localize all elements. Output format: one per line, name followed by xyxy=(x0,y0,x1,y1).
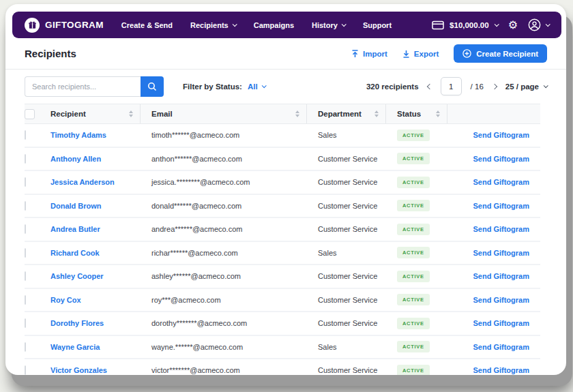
row-checkbox[interactable] xyxy=(25,201,26,211)
status-cell: ACTIVE xyxy=(386,177,447,188)
recipient-name-link[interactable]: Roy Cox xyxy=(50,296,81,304)
table-row: Roy Cox roy***@acmeco.com Customer Servi… xyxy=(25,289,540,313)
send-giftogram-link[interactable]: Send Giftogram xyxy=(473,272,529,280)
email-cell: timoth******@acmeco.com xyxy=(141,131,307,139)
row-checkbox[interactable] xyxy=(25,130,26,140)
nav-item-recipients[interactable]: Recipients xyxy=(190,21,236,29)
status-badge: ACTIVE xyxy=(397,130,430,141)
recipient-name-link[interactable]: Timothy Adams xyxy=(50,131,106,139)
row-checkbox[interactable] xyxy=(25,224,26,234)
import-button[interactable]: Import xyxy=(351,50,387,58)
row-checkbox[interactable] xyxy=(25,365,26,375)
status-badge: ACTIVE xyxy=(397,177,430,188)
nav-item-support[interactable]: Support xyxy=(363,21,392,29)
send-giftogram-link[interactable]: Send Giftogram xyxy=(473,249,529,257)
header-email: Email xyxy=(141,104,307,123)
recipient-name-link[interactable]: Dorothy Flores xyxy=(50,319,104,327)
email-cell: dorothy*******@acmeco.com xyxy=(141,319,307,327)
email-cell: donald******@acmeco.com xyxy=(141,202,307,210)
import-icon xyxy=(351,50,359,58)
row-checkbox[interactable] xyxy=(25,177,26,187)
per-page-dropdown[interactable]: 25 / page xyxy=(505,82,547,91)
brand-logo[interactable]: GIFTOGRAM xyxy=(25,18,104,33)
chevron-down-icon xyxy=(232,22,237,27)
action-cell: Send Giftogram xyxy=(447,366,540,374)
recipient-cell: Wayne Garcia xyxy=(50,343,141,351)
create-recipient-button[interactable]: Create Recipient xyxy=(454,44,547,63)
toolbar: Filter by Status: All 320 recipients 1 /… xyxy=(25,70,547,103)
search-button[interactable] xyxy=(141,76,164,97)
send-giftogram-link[interactable]: Send Giftogram xyxy=(473,319,529,327)
balance-menu[interactable]: $10,000.00 xyxy=(432,20,498,30)
status-cell: ACTIVE xyxy=(386,247,447,258)
department-cell: Customer Service xyxy=(307,296,386,304)
send-giftogram-link[interactable]: Send Giftogram xyxy=(473,178,529,186)
send-giftogram-link[interactable]: Send Giftogram xyxy=(473,202,529,210)
recipients-table: Recipient Email Department Status Timoth… xyxy=(25,104,540,375)
row-checkbox-cell xyxy=(25,296,50,304)
action-cell: Send Giftogram xyxy=(447,155,540,163)
prev-page-icon[interactable] xyxy=(426,83,432,89)
status-badge: ACTIVE xyxy=(397,224,430,235)
send-giftogram-link[interactable]: Send Giftogram xyxy=(473,155,529,163)
action-cell: Send Giftogram xyxy=(447,249,540,257)
recipient-cell: Ashley Cooper xyxy=(50,272,141,280)
sort-icon[interactable] xyxy=(436,110,440,117)
account-menu[interactable] xyxy=(528,18,549,31)
nav-item-campaigns[interactable]: Campaigns xyxy=(254,21,294,29)
recipient-name-link[interactable]: Victor Gonzales xyxy=(50,366,107,374)
row-checkbox[interactable] xyxy=(25,318,26,328)
department-cell: Customer Service xyxy=(307,366,386,374)
email-cell: ashley******@acmeco.com xyxy=(141,272,307,280)
balance-amount: $10,000.00 xyxy=(450,21,489,29)
export-button[interactable]: Export xyxy=(402,50,439,58)
chevron-down-icon xyxy=(544,83,548,88)
row-checkbox-cell xyxy=(25,178,50,186)
row-checkbox[interactable] xyxy=(25,271,26,281)
page-number-input[interactable]: 1 xyxy=(441,77,462,95)
row-checkbox[interactable] xyxy=(25,295,26,305)
email-cell: richar******@acmeco.com xyxy=(141,249,307,257)
recipient-name-link[interactable]: Wayne Garcia xyxy=(50,343,100,351)
chevron-down-icon xyxy=(494,22,499,27)
sort-icon[interactable] xyxy=(129,110,133,117)
filter-value-dropdown[interactable]: All xyxy=(248,82,265,91)
row-checkbox-cell xyxy=(25,202,50,210)
sort-icon[interactable] xyxy=(374,110,379,117)
nav-item-history[interactable]: History xyxy=(312,21,345,29)
row-checkbox-cell xyxy=(25,343,50,351)
table-row: Dorothy Flores dorothy*******@acmeco.com… xyxy=(25,312,540,336)
department-cell: Customer Service xyxy=(307,155,386,163)
next-page-icon[interactable] xyxy=(492,83,497,89)
email-cell: jessica.********@acmeco.com xyxy=(141,178,307,186)
per-page-label: 25 / page xyxy=(505,82,539,91)
recipient-name-link[interactable]: Andrea Butler xyxy=(50,225,100,233)
send-giftogram-link[interactable]: Send Giftogram xyxy=(473,366,529,374)
send-giftogram-link[interactable]: Send Giftogram xyxy=(473,225,529,233)
nav-item-label: Support xyxy=(363,21,392,29)
search-input[interactable] xyxy=(25,76,141,97)
send-giftogram-link[interactable]: Send Giftogram xyxy=(473,296,529,304)
send-giftogram-link[interactable]: Send Giftogram xyxy=(473,343,529,351)
recipient-name-link[interactable]: Jessica Anderson xyxy=(50,178,115,186)
nav-item-label: Create & Send xyxy=(121,21,173,29)
page-header: Recipients Import Export xyxy=(25,38,547,69)
select-all-checkbox[interactable] xyxy=(25,109,35,119)
recipient-cell: Richard Cook xyxy=(50,249,141,257)
recipient-name-link[interactable]: Richard Cook xyxy=(50,249,100,257)
department-cell: Customer Service xyxy=(307,272,386,280)
recipient-name-link[interactable]: Ashley Cooper xyxy=(50,272,104,280)
gear-icon[interactable]: ⚙ xyxy=(508,20,518,31)
table-row: Jessica Anderson jessica.********@acmeco… xyxy=(25,171,540,195)
sort-icon[interactable] xyxy=(295,110,299,117)
row-checkbox[interactable] xyxy=(25,342,26,352)
send-giftogram-link[interactable]: Send Giftogram xyxy=(473,131,529,139)
row-checkbox-cell xyxy=(25,272,50,280)
status-cell: ACTIVE xyxy=(386,224,447,235)
row-checkbox[interactable] xyxy=(25,248,26,258)
recipient-name-link[interactable]: Anthony Allen xyxy=(50,155,101,163)
recipient-name-link[interactable]: Donald Brown xyxy=(50,202,102,210)
row-checkbox[interactable] xyxy=(25,154,26,164)
nav-item-create-send[interactable]: Create & Send xyxy=(121,21,173,29)
top-navbar: GIFTOGRAM Create & Send Recipients Campa… xyxy=(12,12,561,38)
